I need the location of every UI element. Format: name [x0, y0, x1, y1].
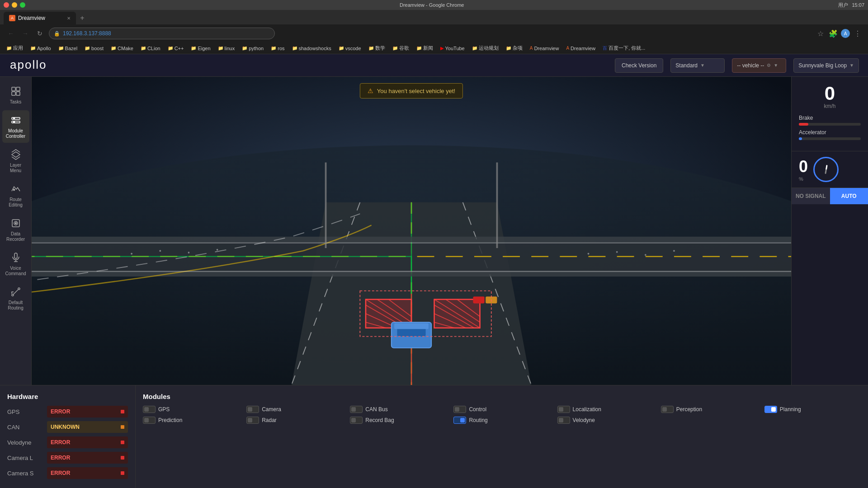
check-version-button[interactable]: Check Version	[615, 58, 663, 73]
url-box[interactable]: 🔒 192.168.3.137:8888	[49, 28, 275, 39]
module-gps-toggle[interactable]	[143, 406, 156, 413]
bookmark-motion[interactable]: 📁 运动规划	[469, 44, 501, 52]
bookmark-youtube[interactable]: ▶ YouTube	[438, 45, 467, 52]
reload-button[interactable]: ↻	[34, 28, 45, 39]
compass-needle	[825, 165, 827, 174]
svg-rect-2	[16, 87, 20, 91]
bookmark-label: CLion	[147, 46, 160, 51]
module-velodyne-toggle[interactable]	[557, 417, 570, 424]
module-record-bag[interactable]: Record Bag	[350, 417, 446, 424]
map-dropdown[interactable]: Sunnyvale Big Loop ▼	[793, 58, 859, 73]
forward-button[interactable]: →	[20, 28, 31, 39]
tasks-icon	[9, 85, 22, 98]
module-planning-label: Planning	[780, 406, 801, 413]
bookmark-python[interactable]: 📁 python	[239, 45, 266, 52]
module-routing-toggle[interactable]	[453, 417, 466, 424]
module-control-toggle[interactable]	[453, 406, 466, 413]
sidebar-item-layer-menu[interactable]: LayerMenu	[2, 145, 29, 177]
bookmark-google[interactable]: 📁 谷歌	[390, 44, 412, 52]
svg-point-57	[616, 251, 618, 253]
bookmark-ros[interactable]: 📁 ros	[268, 45, 287, 52]
module-localization[interactable]: Localization	[557, 406, 654, 413]
bookmark-dreamview1[interactable]: A Dreamview	[527, 45, 562, 52]
bookmark-cmake[interactable]: 📁 CMake	[108, 45, 136, 52]
module-prediction[interactable]: Prediction	[143, 417, 239, 424]
module-perception[interactable]: Perception	[661, 406, 757, 413]
module-radar[interactable]: Radar	[246, 417, 343, 424]
brake-bar	[799, 123, 861, 126]
module-can-bus[interactable]: CAN Bus	[350, 406, 446, 413]
module-camera-toggle[interactable]	[246, 406, 259, 413]
map-dropdown-arrow: ▼	[849, 63, 854, 68]
active-tab[interactable]: A Dreamview ✕	[4, 12, 76, 24]
bookmark-star-icon[interactable]: ☆	[816, 28, 826, 38]
main-visualization: ⚠ You haven't select vehicle yet!	[32, 77, 791, 385]
tab-close-btn[interactable]: ✕	[67, 16, 71, 21]
sidebar-item-voice-command[interactable]: VoiceCommand	[2, 248, 29, 280]
hardware-title: Hardware	[7, 393, 128, 400]
menu-icon[interactable]: ⋮	[853, 28, 863, 38]
brake-fill	[799, 123, 808, 126]
module-can-bus-toggle[interactable]	[350, 406, 363, 413]
bookmark-label: linux	[225, 46, 235, 51]
module-perception-toggle[interactable]	[661, 406, 674, 413]
address-bar: ← → ↻ 🔒 192.168.3.137:8888 ☆ 🧩 A ⋮	[0, 24, 868, 42]
bookmark-vscode[interactable]: 📁 vscode	[336, 45, 364, 52]
module-localization-toggle[interactable]	[557, 406, 570, 413]
svg-marker-27	[32, 237, 791, 243]
window-controls[interactable]	[4, 2, 25, 8]
left-sidebar: Tasks ModuleController	[0, 77, 32, 385]
bookmark-cpp[interactable]: 📁 C++	[165, 45, 187, 52]
bookmark-misc[interactable]: 📁 杂项	[503, 44, 525, 52]
bookmark-label: ros	[278, 46, 284, 51]
svg-point-59	[673, 250, 675, 252]
module-control[interactable]: Control	[453, 406, 550, 413]
bookmark-apollo[interactable]: 📁 Apollo	[28, 45, 54, 52]
back-button[interactable]: ←	[5, 28, 16, 39]
close-dot[interactable]	[4, 2, 9, 8]
profile-icon[interactable]: A	[841, 29, 850, 38]
bookmark-clion[interactable]: 📁 CLion	[138, 45, 163, 52]
bookmark-boost[interactable]: 📁 boost	[82, 45, 106, 52]
mode-dropdown[interactable]: Standard ▼	[670, 58, 725, 73]
module-planning-toggle[interactable]	[764, 406, 777, 413]
bookmark-dreamview2[interactable]: A Dreamview	[563, 45, 598, 52]
bookmark-shadowshocks[interactable]: 📁 shadowshocks	[289, 45, 334, 52]
bookmark-apps[interactable]: 📁 应用	[4, 44, 26, 52]
sidebar-item-data-recorder[interactable]: DataRecorder	[2, 213, 29, 246]
module-record-bag-toggle[interactable]	[350, 417, 363, 424]
vehicle-dropdown[interactable]: -- vehicle -- ⚙ ▼	[732, 58, 786, 73]
bookmark-news[interactable]: 📁 新闻	[414, 44, 436, 52]
module-velodyne[interactable]: Velodyne	[557, 417, 654, 424]
bookmark-eigen[interactable]: 📁 Eigen	[188, 45, 213, 52]
auto-button[interactable]: AUTO	[830, 188, 868, 204]
layer-menu-icon	[9, 148, 22, 161]
sidebar-item-module-controller[interactable]: ModuleController	[2, 110, 29, 143]
minimize-dot[interactable]	[12, 2, 17, 8]
new-tab-button[interactable]: +	[76, 12, 89, 24]
module-gps[interactable]: GPS	[143, 406, 239, 413]
bookmark-label: YouTube	[445, 46, 465, 51]
sidebar-item-route-editing[interactable]: RouteEditing	[2, 179, 29, 211]
no-signal-button[interactable]: NO SIGNAL	[792, 188, 830, 204]
map-dropdown-value: Sunnyvale Big Loop	[798, 62, 847, 69]
svg-rect-45	[394, 324, 429, 329]
sidebar-item-default-routing[interactable]: DefaultRouting	[2, 282, 29, 314]
bookmark-math[interactable]: 📁 数学	[366, 44, 388, 52]
bookmark-label: 百度一下, 你就...	[609, 45, 645, 52]
extension-icon[interactable]: 🧩	[828, 28, 838, 38]
maximize-dot[interactable]	[20, 2, 25, 8]
module-prediction-toggle[interactable]	[143, 417, 156, 424]
bookmark-linux[interactable]: 📁 linux	[215, 45, 238, 52]
hw-camera-l-status: ERROR	[47, 452, 128, 464]
module-radar-toggle[interactable]	[246, 417, 259, 424]
bookmark-bazel[interactable]: 📁 Bazel	[56, 45, 80, 52]
bookmark-baidu[interactable]: 百 百度一下, 你就...	[600, 44, 648, 52]
module-planning[interactable]: Planning	[764, 406, 861, 413]
sidebar-item-tasks[interactable]: Tasks	[2, 81, 29, 108]
module-velodyne-dot	[559, 418, 563, 422]
bookmark-label: 运动规划	[479, 45, 499, 52]
hw-camera-s-row: Camera S ERROR	[7, 467, 128, 479]
module-camera[interactable]: Camera	[246, 406, 343, 413]
module-routing[interactable]: Routing	[453, 417, 550, 424]
